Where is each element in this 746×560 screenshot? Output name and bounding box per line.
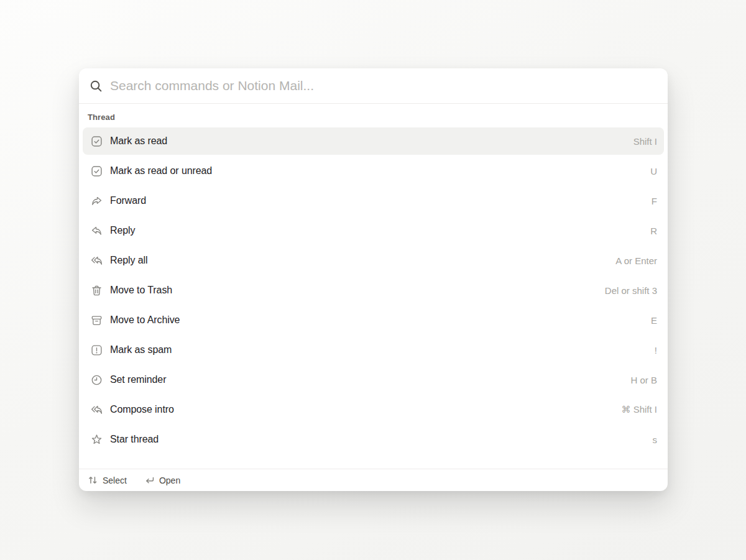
command-item-forward[interactable]: Forward F [83,187,664,214]
command-item-reply[interactable]: Reply R [83,217,664,244]
forward-arrow-icon [91,195,103,207]
command-item-mark-as-read-or-unread[interactable]: Mark as read or unread U [83,157,664,185]
shortcut-label: H or B [630,375,657,385]
clock-icon [91,374,103,386]
shortcut-label: E [651,315,657,326]
hint-select-label: Select [103,475,127,485]
reply-arrow-icon [91,225,103,237]
reply-all-arrow-icon [91,404,103,416]
checkbox-checked-icon [91,135,103,147]
command-items-container: Mark as read Shift I Mark as read or unr… [83,127,664,453]
shortcut-label: ! [655,345,657,356]
shortcut-label: A or Enter [615,255,657,266]
return-key-icon [144,475,155,485]
reply-all-arrow-icon [91,255,103,267]
search-icon [89,79,103,93]
spam-warning-icon [91,344,103,356]
shortcut-label: Shift I [633,136,657,147]
shortcut-label: ⌘ Shift I [621,404,657,415]
section-header-thread: Thread [83,104,664,127]
command-item-compose-intro[interactable]: Compose intro ⌘ Shift I [83,396,664,423]
command-item-mark-as-spam[interactable]: Mark as spam ! [83,336,664,364]
trash-icon [91,285,103,296]
shortcut-label: U [650,166,657,177]
up-down-arrows-icon [88,475,98,485]
command-item-mark-as-read[interactable]: Mark as read Shift I [83,127,664,155]
archive-box-icon [91,314,103,326]
hint-open-label: Open [159,475,180,485]
shortcut-label: s [653,434,658,445]
hint-open: Open [144,475,180,485]
search-bar[interactable] [79,68,668,103]
shortcut-label: Del or shift 3 [605,285,657,296]
page-background: Thread Mark as read Shift I Mark as read… [0,0,746,560]
hint-select: Select [88,475,127,485]
command-item-move-to-trash[interactable]: Move to Trash Del or shift 3 [83,277,664,304]
shortcut-label: F [652,196,657,206]
command-item-star-thread[interactable]: Star thread s [83,426,664,453]
checkbox-checked-icon [91,165,103,177]
search-input[interactable] [110,78,658,93]
command-palette: Thread Mark as read Shift I Mark as read… [79,68,668,491]
command-list: Thread Mark as read Shift I Mark as read… [79,104,668,469]
star-icon [91,434,103,446]
command-item-set-reminder[interactable]: Set reminder H or B [83,366,664,393]
command-item-reply-all[interactable]: Reply all A or Enter [83,247,664,274]
footer-hints: Select Open [79,469,668,491]
command-item-move-to-archive[interactable]: Move to Archive E [83,306,664,334]
shortcut-label: R [650,226,657,236]
